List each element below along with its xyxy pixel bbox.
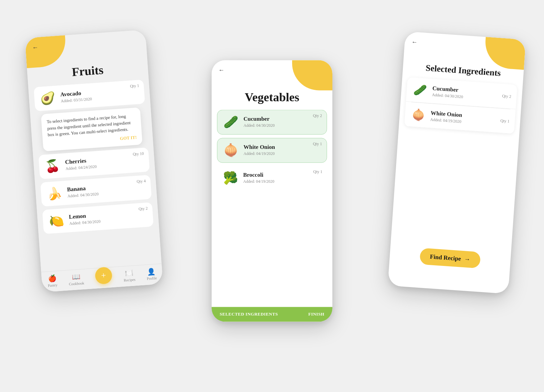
tooltip-text: To select ingredients to find a recipe f… [47,112,136,138]
cherries-image: 🍒 [43,157,62,175]
selected-back-button[interactable]: ← [411,39,418,46]
broccoli-info: Broccoli Added: 04/19/2020 [243,172,322,184]
sel-onion-info: White Onion Added: 04/19/2020 [430,110,497,127]
find-recipe-button[interactable]: Find Recipe → [419,248,481,268]
cookbook-icon: 📖 [72,273,81,281]
lemon-info: Lemon Added: 04/30/2020 [69,208,149,226]
screens-container: ← Fruits Qty 1 🥑 Avocado Added: 03/31/20… [0,0,544,392]
nav-pantry[interactable]: 🍎 Pantry [47,274,57,288]
phone-selected-ingredients: ← Selected Ingredients 🥒 Cucumber Added:… [388,31,526,294]
broccoli-name: Broccoli [243,172,322,178]
recipes-icon: 🍽️ [125,269,134,278]
lemon-image: 🍋 [47,212,66,230]
lemon-qty: Qty 2 [139,206,148,212]
sel-cucumber-info: Cucumber Added: 04/30/2020 [432,85,498,102]
avocado-info: Avocado Added: 03/31/2020 [60,86,140,104]
selected-card: 🥒 Cucumber Added: 04/30/2020 Qty 2 🧅 Whi… [404,77,517,134]
list-item[interactable]: Qty 2 🥒 Cucumber Added: 04/30/2020 [217,110,327,134]
tooltip-card: To select ingredients to find a recipe f… [41,107,143,151]
sel-cucumber-qty: Qty 2 [502,93,511,99]
yellow-blob-veg [292,60,332,90]
vegetables-title: Vegetables [212,87,332,110]
cucumber-qty: Qty 2 [313,113,322,118]
broccoli-date: Added: 04/19/2020 [243,179,322,184]
broccoli-image: 🥦 [222,169,239,187]
onion-name: White Onion [243,144,322,151]
vegetables-back-button[interactable]: ← [218,67,224,74]
banana-info: Banana Added: 04/30/2020 [67,181,147,199]
selected-ingredients-label: SELECTED INGREDIENTS [220,312,278,317]
phone-vegetables: ← Vegetables Qty 2 🥒 Cucumber Added: 04/… [212,60,332,322]
vegetables-list: Qty 2 🥒 Cucumber Added: 04/30/2020 Qty 1… [212,110,332,322]
broccoli-qty: Qty 1 [313,169,322,174]
cucumber-date: Added: 04/30/2020 [243,123,322,128]
banana-qty: Qty 4 [137,178,146,184]
profile-icon: 👤 [147,267,156,276]
pantry-label: Pantry [48,283,58,287]
avocado-image: 🥑 [39,89,57,108]
cucumber-name: Cucumber [243,116,322,122]
selected-ingredients-bar: SELECTED INGREDIENTS FINISH [212,307,332,322]
list-item[interactable]: Qty 1 🧅 White Onion Added: 04/19/2020 [217,138,327,163]
nav-recipes[interactable]: 🍽️ Recipes [123,269,135,282]
sel-cucumber-image: 🥒 [412,81,429,99]
selected-list: 🥒 Cucumber Added: 04/30/2020 Qty 2 🧅 Whi… [392,77,523,237]
list-item[interactable]: Qty 4 🍌 Banana Added: 04/30/2020 [40,175,152,207]
onion-date: Added: 04/19/2020 [243,151,322,156]
cookbook-label: Cookbook [69,281,85,286]
fruits-list: Qty 1 🥑 Avocado Added: 03/31/2020 To sel… [28,79,163,292]
nav-add-button[interactable]: + [95,267,112,284]
list-item[interactable]: Qty 1 🥦 Broccoli Added: 04/19/2020 [217,166,327,190]
banana-image: 🍌 [45,184,64,203]
cucumber-image: 🥒 [222,113,239,131]
sel-onion-qty: Qty 1 [500,118,510,124]
onion-qty: Qty 1 [313,142,322,147]
vegetables-header: ← [212,60,332,87]
find-recipe-section: Find Recipe → [388,229,512,294]
find-recipe-arrow-icon: → [464,256,470,263]
find-recipe-label: Find Recipe [430,253,461,262]
onion-info: White Onion Added: 04/19/2020 [243,144,322,156]
onion-image: 🧅 [222,142,239,159]
list-item[interactable]: Qty 2 🍋 Lemon Added: 04/30/2020 [42,202,154,234]
cherries-qty: Qty 10 [132,151,144,157]
profile-label: Profile [147,276,157,281]
nav-profile[interactable]: 👤 Profile [146,267,157,281]
nav-cookbook[interactable]: 📖 Cookbook [68,272,84,286]
fruits-back-button[interactable]: ← [32,44,38,51]
avocado-qty: Qty 1 [130,83,139,89]
cucumber-info: Cucumber Added: 04/30/2020 [243,116,322,128]
recipes-label: Recipes [124,277,136,282]
list-item[interactable]: Qty 10 🍒 Cherries Added: 04/24/2020 [38,147,150,179]
sel-onion-image: 🧅 [410,106,427,123]
finish-button[interactable]: FINISH [308,312,324,317]
pantry-icon: 🍎 [48,274,57,283]
phone-fruits: ← Fruits Qty 1 🥑 Avocado Added: 03/31/20… [25,30,163,292]
